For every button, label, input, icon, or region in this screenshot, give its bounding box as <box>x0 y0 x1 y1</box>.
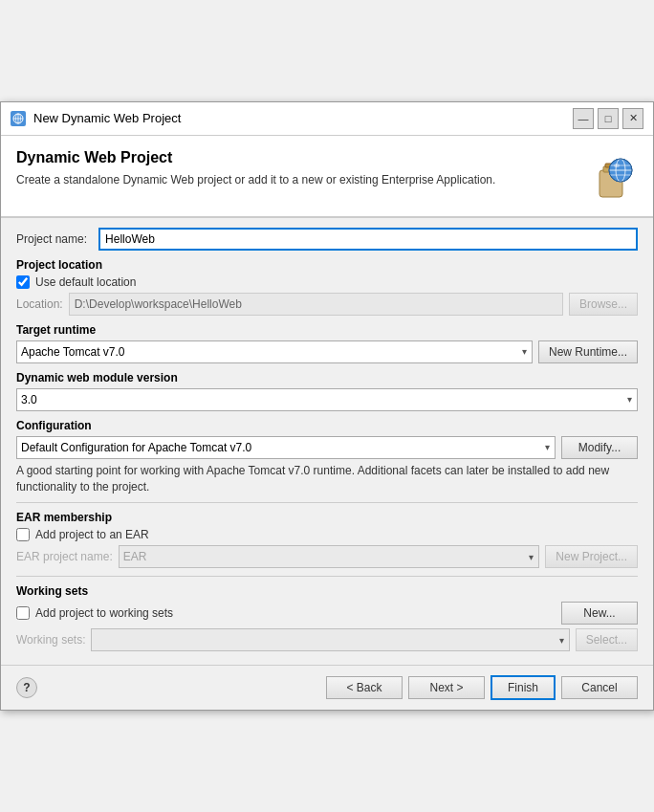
ear-project-name-wrapper: EAR <box>119 545 540 568</box>
target-runtime-row: Apache Tomcat v7.0 New Runtime... <box>16 340 638 363</box>
configuration-row: Default Configuration for Apache Tomcat … <box>16 436 638 459</box>
location-row: Location: Browse... <box>16 293 638 316</box>
minimize-button[interactable]: — <box>573 108 594 129</box>
configuration-wrapper: Default Configuration for Apache Tomcat … <box>16 436 556 459</box>
ear-project-name-label: EAR project name: <box>16 550 113 563</box>
title-bar-left: New Dynamic Web Project <box>11 111 181 126</box>
dialog-icon <box>11 111 26 126</box>
browse-button[interactable]: Browse... <box>569 293 638 316</box>
working-sets-label2: Working sets: <box>16 633 85 647</box>
next-button[interactable]: Next > <box>408 676 485 699</box>
configuration-select[interactable]: Default Configuration for Apache Tomcat … <box>16 436 556 459</box>
use-default-location-row: Use default location <box>16 275 638 289</box>
footer-buttons: < Back Next > Finish Cancel <box>326 675 638 700</box>
dynamic-web-module-wrapper: 3.0 2.5 2.4 <box>16 388 638 411</box>
add-to-working-sets-checkbox[interactable] <box>16 606 30 620</box>
modify-button[interactable]: Modify... <box>561 436 638 459</box>
project-name-input[interactable] <box>98 228 638 251</box>
working-sets-wrapper <box>91 628 569 651</box>
ear-project-name-row: EAR project name: EAR New Project... <box>16 545 638 568</box>
header-heading: Dynamic Web Project <box>16 149 495 166</box>
working-sets-section-label: Working sets <box>16 584 638 598</box>
ear-project-name-select[interactable]: EAR <box>119 545 540 568</box>
working-sets-select[interactable] <box>91 628 569 651</box>
ear-membership-label: EAR membership <box>16 511 638 524</box>
target-runtime-wrapper: Apache Tomcat v7.0 <box>16 340 533 363</box>
footer: ? < Back Next > Finish Cancel <box>1 665 653 710</box>
cancel-button[interactable]: Cancel <box>561 676 638 699</box>
new-project-button[interactable]: New Project... <box>545 545 638 568</box>
configuration-section-label: Configuration <box>16 419 638 432</box>
dynamic-web-module-select[interactable]: 3.0 2.5 2.4 <box>16 388 638 411</box>
content-area: Project name: Project location Use defau… <box>1 218 653 666</box>
project-location-label: Project location <box>16 258 638 272</box>
divider-1 <box>16 502 638 503</box>
new-working-set-button[interactable]: New... <box>561 602 638 625</box>
dynamic-web-module-label: Dynamic web module version <box>16 371 638 384</box>
add-to-working-sets-row: Add project to working sets <box>16 606 173 620</box>
use-default-location-checkbox[interactable] <box>16 275 30 289</box>
working-sets-row: Working sets: Select... <box>16 628 638 651</box>
title-bar: New Dynamic Web Project — □ ✕ <box>1 102 653 136</box>
project-name-label: Project name: <box>16 232 87 246</box>
project-name-row: Project name: <box>16 228 638 251</box>
header-description: Create a standalone Dynamic Web project … <box>16 172 495 188</box>
location-input <box>69 293 563 316</box>
title-bar-controls: — □ ✕ <box>573 108 643 129</box>
maximize-button[interactable]: □ <box>598 108 619 129</box>
dialog-window: New Dynamic Web Project — □ ✕ Dynamic We… <box>0 101 654 712</box>
configuration-info: A good starting point for working with A… <box>16 463 638 495</box>
target-runtime-select[interactable]: Apache Tomcat v7.0 <box>16 340 533 363</box>
help-button[interactable]: ? <box>16 677 37 698</box>
back-button[interactable]: < Back <box>326 676 403 699</box>
add-to-ear-row: Add project to an EAR <box>16 528 638 541</box>
add-to-ear-checkbox[interactable] <box>16 528 30 541</box>
add-to-working-sets-label: Add project to working sets <box>35 606 173 620</box>
select-button[interactable]: Select... <box>576 628 638 651</box>
svg-point-14 <box>614 164 620 167</box>
header-icon <box>584 149 638 203</box>
close-button[interactable]: ✕ <box>622 108 643 129</box>
divider-2 <box>16 576 638 577</box>
dynamic-web-module-row: 3.0 2.5 2.4 <box>16 388 638 411</box>
new-runtime-button[interactable]: New Runtime... <box>538 340 638 363</box>
add-to-ear-label: Add project to an EAR <box>35 528 149 541</box>
header-text: Dynamic Web Project Create a standalone … <box>16 149 495 188</box>
location-label: Location: <box>16 297 63 311</box>
target-runtime-section-label: Target runtime <box>16 323 638 337</box>
finish-button[interactable]: Finish <box>490 675 556 700</box>
use-default-location-text: Use default location <box>35 275 136 289</box>
header-section: Dynamic Web Project Create a standalone … <box>1 136 653 218</box>
dialog-title: New Dynamic Web Project <box>33 111 181 125</box>
